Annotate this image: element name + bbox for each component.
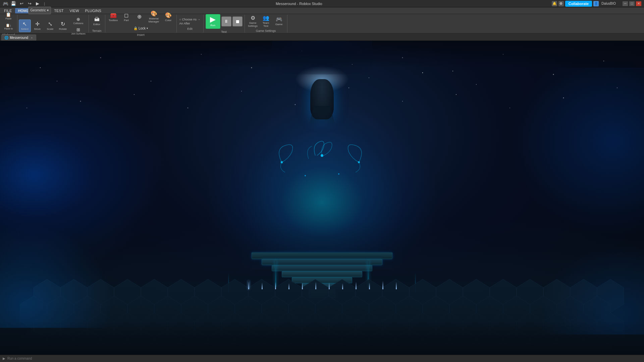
rotate-label: Rotate: [59, 27, 67, 31]
test-group-label: Test: [221, 30, 227, 34]
pause-button[interactable]: ⏸: [221, 16, 231, 26]
collisions-icon: ⊕: [76, 17, 80, 22]
color-button[interactable]: 🎨 Color: [162, 11, 174, 23]
menu-plugins[interactable]: PLUGINS: [83, 8, 104, 13]
mode-dropdown-arrow: ▾: [47, 8, 49, 12]
notification-icon[interactable]: 🔔: [552, 1, 557, 6]
select-icon: ↖: [22, 21, 27, 27]
team-test-icon: 👥: [263, 15, 269, 21]
stop-button[interactable]: ⏹: [232, 16, 243, 26]
svg-point-8: [452, 71, 453, 71]
tab-icon: 🌐: [4, 36, 8, 40]
menu-bar: FILE HOME MODEL TEST VIEW PLUGINS: [0, 7, 644, 14]
minimize-button[interactable]: ─: [623, 1, 628, 6]
join-surfaces-label: Join Surfaces: [71, 33, 85, 35]
move-label: Move: [34, 27, 41, 31]
svg-point-15: [187, 108, 188, 108]
toolbox-icon: 🧰: [110, 13, 117, 18]
terrain-inner: 🏔 Editor: [91, 15, 103, 28]
game-icon: 🎮: [276, 17, 282, 22]
title-left: 🎮 💾 ↩ ↪ ▶ |: [3, 1, 46, 7]
menu-view[interactable]: VIEW: [67, 8, 82, 13]
username-label: DalusBIO: [601, 2, 616, 5]
stop-icon: ⏹: [235, 19, 240, 24]
part-button[interactable]: ◻ Part: [120, 11, 132, 23]
tab-label: Messeround: [10, 36, 28, 40]
paste-to-button[interactable]: 📋↓ Paste to: [4, 22, 13, 32]
svg-point-31: [305, 175, 306, 176]
window-title: Messeround - Roblox Studio: [276, 2, 322, 6]
part-icon: ◻: [124, 13, 128, 18]
game-button[interactable]: 🎮 Game: [273, 15, 285, 28]
command-input[interactable]: [7, 357, 108, 360]
scale-label: Scale: [47, 27, 54, 31]
game-settings-group: ⚙ Game Settings 👥 Team Test 🎮 Game Game …: [245, 15, 287, 33]
app-logo-icon: 🎮: [3, 1, 8, 6]
svg-point-32: [338, 173, 339, 175]
paste-icon: 📋: [6, 12, 11, 17]
scale-button[interactable]: ⤡ Scale: [44, 19, 56, 32]
quick-run-icon[interactable]: ▶: [35, 1, 41, 7]
quick-undo-icon[interactable]: ↩: [18, 1, 24, 7]
toolbox-button[interactable]: 🧰 Toolbox: [107, 11, 119, 23]
svg-point-25: [369, 77, 369, 78]
settings-icon[interactable]: ⚙: [558, 1, 564, 6]
mode-value: Geometric: [31, 8, 46, 12]
move-button[interactable]: ✛ Move: [32, 19, 44, 32]
menu-test[interactable]: TEST: [51, 8, 66, 13]
collisions-label: Collisions: [73, 22, 84, 24]
game-settings-label: Game Settings: [248, 21, 258, 27]
join-surfaces-button[interactable]: ⊞ Join Surfaces: [70, 26, 87, 36]
quick-save-icon[interactable]: 💾: [10, 1, 16, 7]
edit-group: ○ Choose As → An After Edit: [177, 15, 204, 33]
run-button[interactable]: ▶ Run: [206, 14, 220, 29]
run-label: Run: [210, 24, 215, 27]
paste-to-icon: 📋↓: [6, 23, 11, 27]
rune-swirls: [255, 129, 389, 196]
game-settings-button[interactable]: ⚙ Game Settings: [247, 15, 259, 28]
svg-point-27: [476, 84, 477, 85]
game-settings-icon: ⚙: [251, 15, 255, 21]
lock-dropdown-icon: ▾: [147, 27, 148, 30]
run-icon: ▶: [210, 16, 216, 23]
lock-label: Lock: [139, 26, 146, 30]
insert-icon: ⊕: [137, 14, 142, 19]
team-test-button[interactable]: 👥 Team Test: [260, 15, 272, 28]
user-avatar[interactable]: 👤: [593, 1, 599, 6]
edit-inner: ○ Choose As → An After: [179, 17, 201, 26]
title-right: 🔔 ⚙ Collaborate 👤 DalusBIO ─ □ ✕: [552, 1, 641, 7]
insert-group: 🧰 Toolbox ◻ Part ⊕ 🎨 Material Manager 🎨 …: [105, 15, 177, 33]
editor-button[interactable]: 🏔 Editor: [91, 15, 103, 28]
edit-group-label: Edit: [187, 27, 193, 31]
maximize-button[interactable]: □: [629, 1, 635, 6]
move-icon: ✛: [35, 21, 40, 27]
left-rocks: [0, 210, 127, 328]
quick-redo-icon[interactable]: ↪: [26, 1, 33, 7]
svg-point-30: [358, 161, 360, 163]
material-manager-button[interactable]: 🎨 Material Manager: [147, 11, 161, 23]
lock-icon: 🔒: [133, 26, 138, 30]
command-prompt: ▶: [3, 357, 5, 360]
collaborate-button[interactable]: Collaborate: [565, 1, 592, 7]
collisions-button[interactable]: ⊕ Collisions: [70, 16, 87, 26]
scene-tab[interactable]: 🌐 Messeround ×: [1, 35, 36, 41]
viewport[interactable]: [0, 41, 644, 355]
choose-as-radio[interactable]: ○ Choose As →: [179, 18, 201, 21]
paste-label: Paste: [5, 17, 11, 20]
svg-point-16: [241, 91, 242, 92]
close-button[interactable]: ✕: [636, 1, 641, 6]
mode-dropdown[interactable]: Geometric ▾: [28, 7, 51, 14]
paste-button[interactable]: 📋 Paste: [4, 11, 13, 21]
color-icon: 🎨: [165, 13, 172, 18]
toolbar: 📋 Paste 📋↓ Paste to Clipboard Mode: Geom…: [0, 14, 644, 34]
svg-point-28: [281, 161, 283, 163]
select-button[interactable]: ↖ Select: [19, 19, 31, 32]
lock-button[interactable]: 🔒 Lock ▾: [131, 24, 150, 32]
insert-object-button[interactable]: ⊕: [133, 11, 146, 23]
rotate-icon: ↻: [61, 21, 65, 27]
tab-close-button[interactable]: ×: [31, 36, 33, 40]
editor-icon: 🏔: [94, 17, 100, 22]
game-label: Game: [275, 23, 283, 26]
game-settings-inner: ⚙ Game Settings 👥 Team Test 🎮 Game: [247, 15, 285, 28]
rotate-button[interactable]: ↻ Rotate: [57, 19, 69, 32]
